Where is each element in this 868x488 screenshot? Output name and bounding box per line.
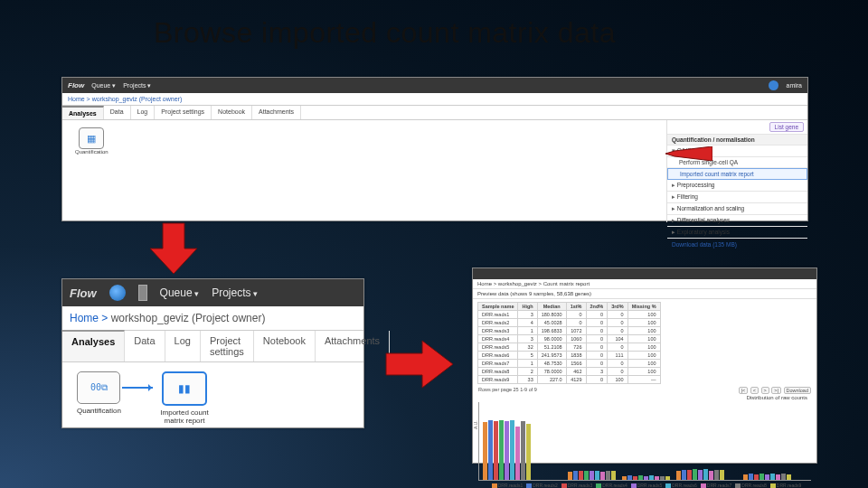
report-subtitle: Preview data (shows 9 samples, 58,638 ge… bbox=[473, 289, 816, 299]
matrix-icon: 00⧉ bbox=[90, 382, 108, 393]
table-row[interactable]: DRR.reads53251.210872600100 bbox=[478, 343, 661, 352]
bar bbox=[584, 471, 589, 480]
bar bbox=[776, 474, 780, 480]
table-header: 1st% bbox=[566, 303, 586, 311]
slide-title: Browse imported count matrix data bbox=[154, 16, 616, 50]
legend-label: DRR.reads3 bbox=[568, 483, 593, 488]
panel-report: Home > workshop_geviz > Count matrix rep… bbox=[472, 267, 817, 464]
legend-label: DRR.reads7 bbox=[707, 483, 732, 488]
legend-swatch bbox=[492, 483, 497, 488]
bar bbox=[510, 420, 514, 480]
table-row[interactable]: DRR.reads65241.957318380111100 bbox=[478, 352, 661, 360]
bar bbox=[743, 474, 748, 480]
top-bar: Flow Queue ▾ Projects ▾ amira bbox=[62, 78, 807, 93]
pager-first-button[interactable]: |< bbox=[739, 387, 749, 394]
table-row[interactable]: DRR.reads7148.7530156600100 bbox=[478, 360, 661, 368]
download-data-link[interactable]: Download data (135 MB) bbox=[667, 239, 807, 250]
bar bbox=[515, 427, 520, 480]
section-diff-analyses[interactable]: Differential analyses bbox=[667, 215, 807, 227]
pager-next-button[interactable]: > bbox=[761, 387, 769, 394]
tab-data[interactable]: Data bbox=[125, 331, 165, 361]
tab-project-settings[interactable]: Project settings bbox=[155, 106, 212, 119]
crumb-current: workshop_geviz (Project owner) bbox=[111, 312, 266, 324]
table-row[interactable]: DRR.reads8278.000046230100 bbox=[478, 368, 661, 376]
svg-marker-2 bbox=[386, 341, 453, 388]
bar bbox=[660, 476, 665, 480]
tab-data[interactable]: Data bbox=[104, 106, 131, 119]
list-gene-button[interactable]: List gene bbox=[769, 122, 804, 132]
flow-arrow-down-icon bbox=[148, 221, 199, 276]
username[interactable]: amira bbox=[786, 82, 802, 89]
table-row[interactable]: DRR.reads2445.0028000100 bbox=[478, 319, 661, 327]
barchart-icon: ▮▮ bbox=[178, 382, 191, 395]
breadcrumb[interactable]: Home > workshop_geviz (Project owner) bbox=[62, 306, 363, 331]
menu-projects[interactable]: Projects bbox=[212, 286, 258, 299]
tab-attachments[interactable]: Attachments bbox=[252, 106, 301, 119]
tab-notebook[interactable]: Notebook bbox=[254, 331, 316, 361]
side-panel: List gene Quantification / normalisation… bbox=[667, 120, 807, 222]
brand-logo: Flow bbox=[70, 286, 97, 300]
bar bbox=[703, 469, 708, 480]
section-exploratory[interactable]: Exploratory analysis bbox=[667, 227, 807, 239]
section-filtering[interactable]: Filtering bbox=[667, 192, 807, 203]
crumb-home[interactable]: Home bbox=[70, 312, 99, 324]
section-normalization[interactable]: Normalization and scaling bbox=[667, 203, 807, 215]
tab-log[interactable]: Log bbox=[131, 106, 156, 119]
preview-table: Sample nameHighMedian1st%2nd%3rd%Missing… bbox=[477, 302, 661, 384]
node-label: Quantification bbox=[77, 408, 121, 416]
brand-logo: Flow bbox=[68, 81, 84, 89]
table-header: 2nd% bbox=[586, 303, 608, 311]
bar bbox=[655, 476, 659, 480]
node-report[interactable]: ▮▮ Imported count matrix report bbox=[153, 371, 216, 426]
breadcrumb[interactable]: Home > workshop_geviz > Count matrix rep… bbox=[473, 279, 816, 289]
menu-queue[interactable]: Queue bbox=[160, 286, 200, 299]
swirl-icon bbox=[109, 285, 126, 301]
opt-count-matrix-report[interactable]: Imported count matrix report bbox=[667, 168, 807, 180]
section-preprocessing[interactable]: Preprocessing bbox=[667, 180, 807, 192]
legend-swatch bbox=[526, 483, 532, 488]
top-bar-report bbox=[473, 268, 816, 279]
bar bbox=[494, 421, 498, 480]
table-header: High bbox=[518, 303, 537, 311]
pager-last-button[interactable]: >| bbox=[771, 387, 781, 394]
legend-label: DRR.reads9 bbox=[777, 483, 802, 488]
breadcrumb[interactable]: Home > workshop_geviz (Project owner) bbox=[62, 93, 807, 106]
bar bbox=[590, 471, 594, 480]
table-row[interactable]: DRR.reads13180.8030000100 bbox=[478, 311, 661, 319]
legend-swatch bbox=[770, 483, 776, 488]
bar bbox=[787, 474, 791, 480]
menu-queue[interactable]: Queue ▾ bbox=[91, 82, 116, 89]
node-quantification[interactable]: 00⧉ Quantification bbox=[77, 371, 121, 416]
table-row[interactable]: DRR.reads31198.6833107200100 bbox=[478, 327, 661, 335]
bar bbox=[687, 470, 692, 480]
table-row[interactable]: DRR.reads4398.000010600104100 bbox=[478, 335, 661, 343]
matrix-icon: ▦ bbox=[87, 133, 96, 145]
bar bbox=[499, 420, 504, 480]
download-button[interactable]: Download bbox=[784, 387, 811, 394]
pager-info: Rows per page 25 1-9 of 9 bbox=[478, 387, 537, 392]
pipeline-canvas[interactable]: 00⧉ Quantification ▮▮ Imported count mat… bbox=[62, 362, 363, 438]
table-pager: Rows per page 25 1-9 of 9 |< < > >| Down… bbox=[473, 386, 816, 393]
menu-projects[interactable]: Projects ▾ bbox=[123, 82, 151, 89]
pipeline-canvas[interactable]: ▦ Quantification bbox=[62, 120, 667, 222]
tab-log[interactable]: Log bbox=[165, 331, 201, 361]
pager-prev-button[interactable]: < bbox=[750, 387, 759, 394]
avatar[interactable] bbox=[769, 80, 778, 90]
node-quantification[interactable]: ▦ Quantification bbox=[75, 127, 108, 155]
table-row[interactable]: DRR.reads933227.041290100— bbox=[478, 376, 661, 384]
bar bbox=[568, 472, 572, 480]
node-label: Imported count matrix report bbox=[153, 409, 216, 426]
bar bbox=[720, 470, 724, 480]
bar bbox=[611, 471, 616, 480]
tab-analyses[interactable]: Analyses bbox=[62, 330, 125, 361]
tab-analyses[interactable]: Analyses bbox=[62, 106, 104, 119]
bar bbox=[781, 474, 786, 480]
bar bbox=[600, 472, 605, 480]
tab-project-settings[interactable]: Project settings bbox=[201, 331, 254, 361]
tab-attachments[interactable]: Attachments bbox=[316, 331, 390, 361]
chart-title: Distribution of raw counts bbox=[473, 393, 816, 402]
legend-swatch bbox=[665, 483, 671, 488]
tab-notebook[interactable]: Notebook bbox=[212, 106, 252, 119]
legend-swatch bbox=[631, 483, 637, 488]
bar bbox=[714, 470, 719, 480]
